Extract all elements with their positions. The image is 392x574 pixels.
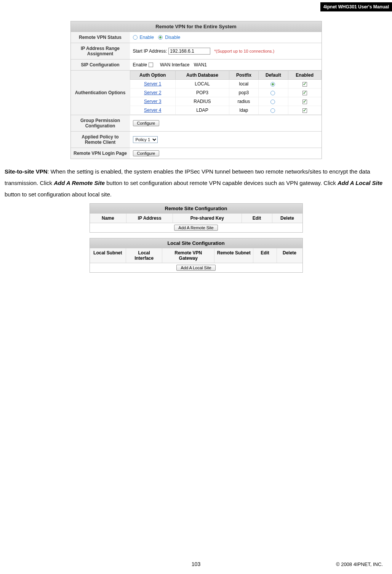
default-radio[interactable] — [270, 82, 275, 87]
row-label-sip: SIP Configuration — [71, 59, 130, 70]
col-psk: Pre-shared Key — [173, 214, 242, 223]
enabled-checkbox[interactable] — [302, 91, 307, 95]
row-label-auth: Authentication Options — [71, 71, 130, 115]
paragraph-text2: button to set configuration about remote… — [105, 180, 338, 186]
add-local-site-button[interactable]: Add A Local Site — [176, 265, 215, 271]
row-label-login: Remote VPN Login Page — [71, 148, 130, 159]
sip-enable-label: Enable — [133, 62, 147, 68]
auth-server-link[interactable]: Server 4 — [144, 108, 161, 113]
paragraph-text3: button to set configuration about local … — [5, 191, 112, 198]
radio-disable[interactable] — [158, 35, 163, 40]
auth-postfix: ldap — [229, 106, 258, 115]
th-option: Auth Option — [130, 71, 176, 80]
th-default: Default — [258, 71, 288, 80]
configure-group-button[interactable]: Configure — [133, 120, 160, 126]
local-site-panel: Local Site Configuration Local Subnet Lo… — [90, 238, 303, 273]
auth-options-table: Auth Option Auth Database Postfix Defaul… — [130, 71, 322, 115]
th-postfix: Postfix — [229, 71, 258, 80]
enabled-checkbox[interactable] — [302, 82, 307, 87]
default-radio[interactable] — [270, 91, 275, 95]
radio-enable-label: Enable — [140, 35, 154, 40]
default-radio[interactable] — [270, 100, 275, 104]
row-label-ip: IP Address Range Assignment — [71, 43, 130, 59]
radio-enable[interactable] — [133, 35, 138, 40]
auth-db: RADIUS — [176, 97, 229, 106]
table-row: Server 2POP3pop3 — [130, 88, 321, 97]
wan-interface-value: WAN1 — [194, 62, 207, 68]
copyright: © 2008 4IPNET, INC. — [336, 561, 383, 567]
table-row: Server 4LDAPldap — [130, 106, 321, 115]
th-database: Auth Database — [176, 71, 229, 80]
remote-site-title: Remote Site Configuration — [90, 204, 302, 213]
col-ip: IP Address — [126, 214, 173, 223]
paragraph-btn2: Add A Local Site — [338, 180, 382, 186]
col-local-edit: Edit — [253, 248, 277, 263]
auth-db: LOCAL — [176, 80, 229, 88]
auth-server-link[interactable]: Server 2 — [144, 90, 161, 95]
sip-enable-checkbox[interactable] — [149, 63, 153, 67]
panel-title: Remote VPN for the Entire System — [71, 21, 322, 32]
auth-db: LDAP — [176, 106, 229, 115]
col-local-subnet: Local Subnet — [90, 248, 126, 263]
paragraph-lead: Site-to-site VPN — [5, 168, 48, 175]
wan-interface-label: WAN Interface — [160, 62, 190, 68]
remote-site-panel: Remote Site Configuration Name IP Addres… — [90, 203, 303, 233]
auth-postfix: local — [229, 80, 258, 88]
remote-vpn-panel: Remote VPN for the Entire System Remote … — [70, 21, 322, 159]
col-remote-gw: Remote VPN Gateway — [162, 248, 214, 263]
table-row: Server 3RADIUSradius — [130, 97, 321, 106]
ip-prefix: Start IP Address: — [133, 48, 167, 54]
col-name: Name — [90, 214, 127, 223]
auth-postfix: radius — [229, 97, 258, 106]
ip-note: *(Support up to 10 connections.) — [214, 49, 274, 53]
col-delete: Delete — [272, 214, 302, 223]
col-local-if: Local Interface — [126, 248, 162, 263]
configure-login-button[interactable]: Configure — [133, 150, 160, 156]
col-local-delete: Delete — [277, 248, 302, 263]
col-remote-subnet: Remote Subnet — [214, 248, 253, 263]
local-site-title: Local Site Configuration — [90, 238, 302, 248]
paragraph-btn1: Add A Remote Site — [54, 180, 105, 186]
auth-postfix: pop3 — [229, 88, 258, 97]
default-radio[interactable] — [270, 108, 275, 113]
col-edit: Edit — [242, 214, 272, 223]
doc-header: 4ipnet WHG301 User's Manual — [320, 2, 392, 11]
auth-server-link[interactable]: Server 1 — [144, 81, 161, 87]
body-paragraph: Site-to-site VPN: When the setting is en… — [0, 163, 392, 203]
enabled-checkbox[interactable] — [302, 108, 307, 113]
start-ip-input[interactable] — [168, 48, 210, 55]
row-label-status: Remote VPN Status — [71, 32, 130, 43]
row-label-policy: Applied Policy to Remote Client — [71, 132, 130, 148]
radio-disable-label: Disable — [165, 35, 180, 40]
th-enabled: Enabled — [288, 71, 321, 80]
page-number: 103 — [192, 561, 200, 567]
policy-select[interactable]: Policy 1 — [133, 136, 158, 143]
table-row: Server 1LOCALlocal — [130, 80, 321, 88]
auth-db: POP3 — [176, 88, 229, 97]
row-label-group: Group Permission Configuration — [71, 115, 130, 131]
auth-server-link[interactable]: Server 3 — [144, 99, 161, 104]
add-remote-site-button[interactable]: Add A Remote Site — [174, 225, 218, 231]
enabled-checkbox[interactable] — [302, 100, 307, 104]
